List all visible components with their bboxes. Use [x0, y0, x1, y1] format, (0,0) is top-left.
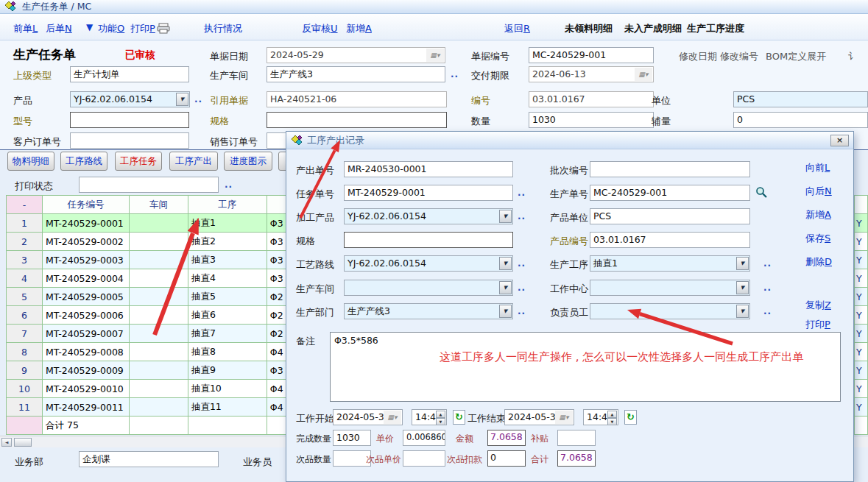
workshop-cell[interactable]	[129, 398, 188, 417]
batch-no-field[interactable]	[590, 161, 750, 177]
calendar-icon[interactable]	[555, 411, 573, 424]
dialog-add-button[interactable]: 新增A	[805, 208, 831, 221]
flag-cell[interactable]: Y	[854, 214, 867, 233]
process-cell[interactable]: 抽直6	[188, 306, 267, 325]
deadline-field[interactable]: 2024-06-13	[529, 66, 654, 82]
flag-cell[interactable]: Y	[854, 398, 867, 417]
flag-cell[interactable]: Y	[854, 288, 867, 306]
next-doc-button[interactable]: 后单N	[46, 22, 72, 35]
work-end-time-field[interactable]: 14:49	[583, 409, 618, 425]
function-menu-button[interactable]: 功能O	[98, 22, 124, 35]
print-button[interactable]: 打印P	[130, 22, 155, 35]
task-no-cell[interactable]: MT-240529-0005	[42, 288, 129, 306]
task-no-cell[interactable]: MT-240529-0010	[42, 380, 129, 398]
task-no-cell[interactable]: MT-240529-0006	[42, 306, 129, 325]
employee-combo[interactable]	[590, 303, 750, 319]
sum-field[interactable]: 7.0658	[557, 450, 596, 467]
spinner-up-icon[interactable]	[607, 411, 617, 418]
refresh-time-icon[interactable]	[624, 410, 637, 425]
spinner-down-icon[interactable]	[436, 418, 445, 425]
tab-material-detail[interactable]: 物料明细	[7, 152, 54, 171]
dialog-next-button[interactable]: 向后N	[805, 185, 832, 198]
tab-process-route[interactable]: 工序路线	[60, 152, 107, 171]
flag-cell[interactable]: Y	[854, 361, 867, 380]
unpicked-material-button[interactable]: 未领料明细	[565, 22, 613, 35]
product-unit-field[interactable]: PCS	[590, 208, 750, 224]
work-end-date-field[interactable]: 2024-05-30	[504, 409, 574, 425]
unit-field[interactable]: PCS	[733, 91, 868, 107]
calendar-icon[interactable]	[635, 68, 652, 81]
ref-doc-field[interactable]: HA-240521-06	[267, 91, 447, 107]
dialog-prev-button[interactable]: 向前L	[805, 161, 830, 174]
task-no-field[interactable]: MT-240529-0001	[344, 185, 513, 201]
prev-doc-button[interactable]: 前单L	[13, 22, 38, 35]
product-code-field[interactable]: 03.01.0167	[590, 232, 750, 248]
chevron-down-icon[interactable]	[736, 281, 749, 294]
aux-qty-field[interactable]: 0	[733, 112, 868, 128]
calendar-icon[interactable]	[384, 411, 401, 424]
add-button[interactable]: 新增A	[346, 22, 372, 35]
unaudit-button[interactable]: 反审核U	[302, 22, 338, 35]
process-cell[interactable]: 抽直2	[188, 233, 267, 251]
chevron-down-icon[interactable]	[499, 257, 512, 270]
workshop-cell[interactable]	[129, 306, 188, 325]
scrollbar-thumb[interactable]	[14, 438, 32, 447]
print-state-field[interactable]	[79, 177, 219, 193]
chevron-down-icon[interactable]	[499, 281, 512, 294]
qty-field[interactable]: 1030	[529, 112, 654, 128]
task-no-cell[interactable]: MT-240529-0002	[42, 233, 129, 251]
process-combo[interactable]: 抽直1	[590, 255, 750, 272]
defect-deduct-field[interactable]: 0	[487, 450, 526, 467]
spinner-up-icon[interactable]	[436, 411, 445, 418]
price-field[interactable]: 0.006860	[403, 430, 445, 446]
time-spinner[interactable]	[607, 411, 617, 424]
prod-dept-picker-button[interactable]: ..	[518, 306, 526, 316]
work-product-picker-button[interactable]: ..	[518, 211, 526, 221]
flag-cell[interactable]: Y	[854, 306, 867, 325]
refresh-time-icon[interactable]	[453, 410, 465, 425]
bom-expand-link[interactable]: BOM定义展开	[766, 50, 826, 63]
print-state-picker-button[interactable]: ..	[225, 180, 233, 190]
output-no-field[interactable]: MR-240530-0001	[344, 161, 513, 177]
dialog-save-button[interactable]: 保存S	[805, 232, 830, 245]
workshop-cell[interactable]	[129, 380, 188, 398]
task-no-cell[interactable]: MT-240529-0001	[42, 214, 129, 233]
workshop-cell[interactable]	[129, 214, 188, 233]
tab-process-task[interactable]: 工序任务	[115, 152, 162, 171]
dialog-titlebar[interactable]: 工序产出记录	[286, 132, 853, 149]
model-field[interactable]	[70, 112, 189, 128]
amount-field[interactable]: 7.0658	[487, 430, 526, 446]
prod-no-field[interactable]: MC-240529-001	[590, 185, 750, 201]
task-no-cell[interactable]: MT-240529-0009	[42, 361, 129, 380]
work-center-combo[interactable]	[590, 280, 750, 296]
flag-cell[interactable]: Y	[854, 325, 867, 343]
workshop-cell[interactable]	[129, 288, 188, 306]
workshop-cell[interactable]	[129, 269, 188, 288]
dialog-delete-button[interactable]: 删除D	[805, 255, 832, 269]
route-combo[interactable]: YJ-62.02.06.0154	[344, 255, 513, 272]
tab-process-output[interactable]: 工序产出	[169, 152, 218, 171]
done-qty-field[interactable]: 1030	[333, 430, 371, 446]
printer-icon[interactable]	[157, 23, 170, 34]
unfinished-product-button[interactable]: 未入产成明细	[624, 22, 682, 35]
scroll-left-icon[interactable]	[1, 438, 12, 447]
process-cell[interactable]: 抽直4	[188, 269, 267, 288]
remark-textarea[interactable]: Φ3.5*586 这道工序多人一同生产操作 , 怎么可以一次性选择多人一同生成工…	[330, 332, 841, 402]
workshop-cell[interactable]	[129, 233, 188, 251]
process-picker-button[interactable]: ..	[763, 258, 772, 269]
task-picker-button[interactable]: ..	[518, 188, 526, 198]
process-cell[interactable]: 抽直9	[188, 361, 267, 380]
chevron-down-icon[interactable]	[736, 257, 749, 270]
process-cell-selected[interactable]: 抽直1	[188, 214, 267, 233]
product-picker-button[interactable]: ..	[194, 94, 202, 104]
calendar-icon[interactable]	[426, 49, 444, 62]
dlg-spec-field[interactable]	[344, 232, 513, 248]
workshop-cell[interactable]	[129, 251, 188, 269]
doc-date-field[interactable]: 2024-05-29	[267, 47, 445, 63]
exec-status-button[interactable]: 执行情况	[204, 22, 242, 35]
employee-picker-button[interactable]: ..	[763, 306, 772, 316]
workshop-picker-button[interactable]: ..	[451, 69, 459, 79]
workshop-cell[interactable]	[129, 325, 188, 343]
flag-cell[interactable]: Y	[854, 380, 867, 398]
back-button[interactable]: 返回R	[504, 22, 530, 35]
